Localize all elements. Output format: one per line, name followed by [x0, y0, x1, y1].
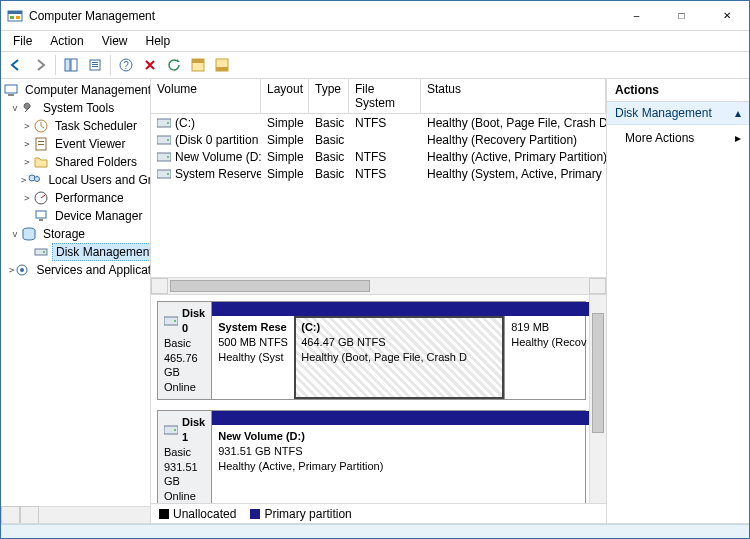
menu-view[interactable]: View [94, 32, 136, 50]
disk-info[interactable]: Disk 1Basic931.51 GBOnline [158, 411, 212, 503]
volume-type: Basic [309, 150, 349, 164]
submenu-arrow-icon: ▸ [735, 131, 741, 145]
partition-status: Healthy (Active, Primary Partition) [218, 459, 588, 474]
svg-rect-15 [216, 67, 228, 71]
tree-device-manager[interactable]: Device Manager [1, 207, 150, 225]
disk-state: Online [164, 489, 205, 503]
legend-unallocated: Unallocated [159, 507, 236, 521]
volume-row[interactable]: (C:)SimpleBasicNTFSHealthy (Boot, Page F… [151, 114, 606, 131]
minimize-button[interactable]: – [614, 1, 659, 30]
collapse-icon[interactable]: v [9, 229, 21, 239]
tree-pane: Computer Management (L v System Tools > … [1, 79, 151, 523]
disk-info[interactable]: Disk 0Basic465.76 GBOnline [158, 302, 212, 399]
disk-icon [33, 244, 49, 260]
svg-point-39 [167, 173, 169, 175]
show-hide-tree-button[interactable] [60, 54, 82, 76]
actions-pane: Actions Disk Management ▴ More Actions ▸ [607, 79, 749, 523]
expand-icon[interactable]: > [21, 193, 33, 203]
disk-name: Disk 0 [182, 306, 205, 336]
tree-root[interactable]: Computer Management (L [1, 81, 150, 99]
tree-system-tools[interactable]: v System Tools [1, 99, 150, 117]
tree-disk-management[interactable]: Disk Management [1, 243, 150, 261]
volume-status: Healthy (System, Active, Primary Partiti… [421, 167, 606, 181]
disk-type: Basic [164, 445, 205, 460]
svg-rect-8 [92, 64, 98, 65]
services-icon [14, 262, 30, 278]
tree-event-viewer[interactable]: > Event Viewer [1, 135, 150, 153]
computer-icon [3, 82, 19, 98]
volume-status: Healthy (Boot, Page File, Crash Dump, Pr… [421, 116, 606, 130]
help-button[interactable]: ? [115, 54, 137, 76]
list-bottom-button[interactable] [211, 54, 233, 76]
volume-horizontal-scrollbar[interactable] [151, 277, 606, 294]
col-volume[interactable]: Volume [151, 79, 261, 113]
expand-icon[interactable]: > [21, 139, 33, 149]
disk-state: Online [164, 380, 205, 395]
partition-name: New Volume (D:) [218, 429, 588, 444]
volume-row[interactable]: (Disk 0 partition 3)SimpleBasicHealthy (… [151, 131, 606, 148]
tree-task-scheduler[interactable]: > Task Scheduler [1, 117, 150, 135]
col-filesystem[interactable]: File System [349, 79, 421, 113]
partition[interactable]: 819 MBHealthy (Recov [504, 316, 594, 399]
clock-icon [33, 118, 49, 134]
menu-action[interactable]: Action [42, 32, 91, 50]
disk-size: 465.76 GB [164, 351, 205, 381]
tree-storage[interactable]: v Storage [1, 225, 150, 243]
partition-size: 464.47 GB NTFS [301, 335, 498, 350]
legend: Unallocated Primary partition [151, 503, 606, 523]
volume-name: New Volume (D:) [175, 150, 261, 164]
volume-list-header: Volume Layout Type File System Status [151, 79, 606, 114]
disk-icon [164, 425, 178, 435]
tree-local-users[interactable]: > Local Users and Gro [1, 171, 150, 189]
volume-name: System Reserved [175, 167, 261, 181]
refresh-button[interactable] [163, 54, 185, 76]
drive-icon [157, 152, 171, 162]
partition[interactable]: System Rese500 MB NTFSHealthy (Syst [212, 316, 294, 399]
titlebar: Computer Management – □ ✕ [1, 1, 749, 31]
svg-rect-13 [192, 59, 204, 63]
partition[interactable]: New Volume (D:)931.51 GB NTFSHealthy (Ac… [212, 425, 594, 503]
close-button[interactable]: ✕ [704, 1, 749, 30]
svg-rect-9 [92, 66, 98, 67]
toolbar-separator [110, 55, 111, 75]
partition-status: Healthy (Syst [218, 350, 288, 365]
properties-button[interactable] [84, 54, 106, 76]
action-more-actions[interactable]: More Actions ▸ [607, 125, 749, 151]
menu-file[interactable]: File [5, 32, 40, 50]
svg-rect-3 [16, 16, 20, 19]
svg-rect-2 [10, 16, 14, 19]
col-type[interactable]: Type [309, 79, 349, 113]
volume-layout: Simple [261, 167, 309, 181]
disk-vertical-scrollbar[interactable] [589, 295, 606, 503]
volume-row[interactable]: System ReservedSimpleBasicNTFSHealthy (S… [151, 165, 606, 182]
tree-performance[interactable]: > Performance [1, 189, 150, 207]
expand-icon[interactable]: > [21, 157, 33, 167]
list-top-button[interactable] [187, 54, 209, 76]
expand-icon[interactable]: > [21, 121, 33, 131]
col-layout[interactable]: Layout [261, 79, 309, 113]
partition-size: 500 MB NTFS [218, 335, 288, 350]
volume-rows: (C:)SimpleBasicNTFSHealthy (Boot, Page F… [151, 114, 606, 294]
tree-shared-folders[interactable]: > Shared Folders [1, 153, 150, 171]
volume-list: Volume Layout Type File System Status (C… [151, 79, 606, 295]
tree-horizontal-scrollbar[interactable] [1, 506, 150, 523]
tree-services[interactable]: > Services and Application [1, 261, 150, 279]
actions-section-disk-management[interactable]: Disk Management ▴ [607, 102, 749, 125]
nav-back-button[interactable] [5, 54, 27, 76]
volume-name: (Disk 0 partition 3) [175, 133, 261, 147]
svg-rect-16 [5, 85, 17, 93]
delete-button[interactable] [139, 54, 161, 76]
volume-filesystem: NTFS [349, 167, 421, 181]
status-bar [1, 524, 749, 538]
volume-row[interactable]: New Volume (D:)SimpleBasicNTFSHealthy (A… [151, 148, 606, 165]
svg-rect-20 [38, 141, 44, 142]
maximize-button[interactable]: □ [659, 1, 704, 30]
col-status[interactable]: Status [421, 79, 606, 113]
nav-forward-button[interactable] [29, 54, 51, 76]
svg-rect-17 [8, 94, 14, 96]
svg-text:?: ? [123, 60, 129, 71]
menu-help[interactable]: Help [138, 32, 179, 50]
partition[interactable]: (C:)464.47 GB NTFSHealthy (Boot, Page Fi… [294, 316, 504, 399]
svg-point-41 [174, 320, 176, 322]
collapse-icon[interactable]: v [9, 103, 21, 113]
